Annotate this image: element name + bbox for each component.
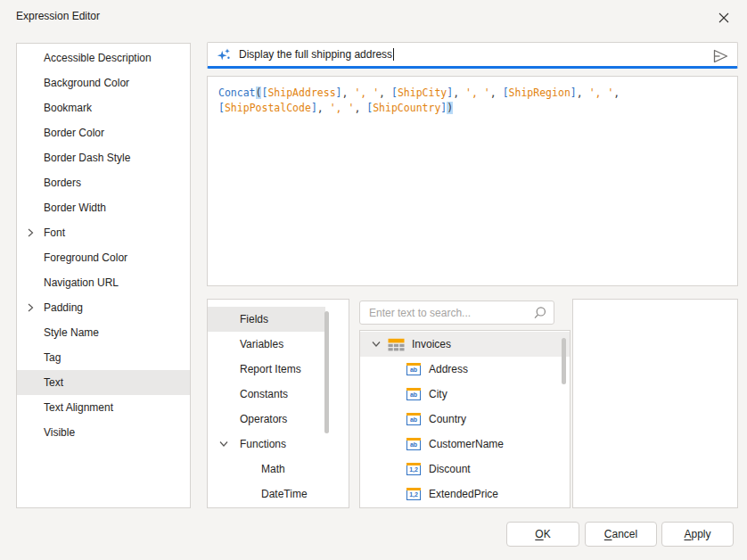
close-button[interactable] — [713, 7, 735, 29]
tree-field-label: Country — [429, 413, 466, 425]
tree-field-country[interactable]: abCountry — [360, 407, 570, 432]
ai-prompt-input[interactable]: Display the full shipping address — [239, 48, 392, 61]
table-icon — [388, 338, 405, 351]
code-token: , — [453, 86, 465, 99]
category-item-constants[interactable]: Constants — [208, 382, 325, 407]
send-icon — [710, 46, 730, 62]
property-item-padding[interactable]: Padding — [17, 295, 190, 320]
category-item-fields[interactable]: Fields — [208, 307, 325, 332]
property-item-tag[interactable]: Tag — [17, 345, 190, 370]
property-label: Border Width — [44, 202, 106, 214]
property-item-visible[interactable]: Visible — [17, 420, 190, 445]
description-panel — [572, 299, 738, 508]
category-label: Report Items — [240, 363, 301, 375]
field-icon-glyph: ab — [406, 391, 421, 400]
code-token: ', ' — [589, 86, 614, 99]
category-item-variables[interactable]: Variables — [208, 332, 325, 357]
code-token: , — [490, 86, 503, 99]
property-item-border-dash-style[interactable]: Border Dash Style — [17, 145, 190, 170]
category-label: Functions — [240, 438, 286, 450]
code-token: ShipCountry — [373, 102, 440, 114]
code-token: ] — [571, 86, 577, 99]
property-item-border-width[interactable]: Border Width — [17, 195, 190, 220]
chevron-right-icon[interactable] — [25, 302, 36, 313]
code-token: ) — [447, 102, 453, 114]
field-icon-glyph: ab — [406, 416, 421, 425]
property-item-border-color[interactable]: Border Color — [17, 120, 190, 145]
numeric-field-icon: 1,2 — [406, 488, 421, 500]
chevron-down-icon[interactable] — [218, 439, 229, 449]
cancel-button[interactable]: Cancel — [585, 522, 657, 547]
property-item-text[interactable]: Text — [17, 370, 190, 395]
text-field-icon: ab — [406, 413, 421, 425]
property-label: Tag — [44, 351, 61, 364]
search-input[interactable] — [362, 307, 532, 319]
tree-field-discount[interactable]: 1,2Discount — [360, 457, 570, 482]
property-item-accessible-description[interactable]: Accessible Description — [17, 45, 190, 70]
scrollbar-thumb[interactable] — [562, 338, 566, 384]
apply-button[interactable]: Apply — [661, 522, 734, 547]
button-mnemonic: O — [535, 528, 543, 540]
category-item-operators[interactable]: Operators — [208, 407, 325, 432]
property-label: Border Color — [44, 127, 104, 139]
search-box[interactable] — [359, 301, 554, 325]
button-label: pply — [692, 528, 711, 540]
category-label: Constants — [240, 388, 288, 400]
tree-field-customername[interactable]: abCustomerName — [360, 432, 570, 457]
numeric-field-icon: 1,2 — [406, 463, 421, 475]
tree-field-label: Address — [429, 363, 468, 375]
category-label: Math — [261, 463, 285, 475]
property-label: Font — [44, 226, 65, 239]
property-item-bookmark[interactable]: Bookmark — [17, 95, 190, 120]
property-label: Borders — [44, 177, 81, 189]
tree-field-extendedprice[interactable]: 1,2ExtendedPrice — [360, 482, 570, 506]
code-token: , — [577, 86, 589, 99]
code-token: [ — [218, 102, 225, 114]
code-token: , — [317, 102, 330, 114]
property-item-style-name[interactable]: Style Name — [17, 320, 190, 345]
category-item-functions[interactable]: Functions — [208, 432, 325, 457]
chevron-right-icon[interactable] — [25, 227, 36, 238]
property-label: Border Dash Style — [44, 152, 130, 164]
tree-field-address[interactable]: abAddress — [360, 357, 570, 382]
category-item-math[interactable]: Math — [208, 457, 325, 482]
category-item-datetime[interactable]: DateTime — [208, 482, 325, 506]
property-item-navigation-url[interactable]: Navigation URL — [17, 270, 190, 295]
property-label: Padding — [44, 301, 83, 314]
category-label: Variables — [240, 338, 283, 350]
property-label: Foreground Color — [44, 251, 127, 264]
category-item-report-items[interactable]: Report Items — [208, 357, 325, 382]
code-token: , — [354, 102, 366, 114]
tree-field-city[interactable]: abCity — [360, 382, 570, 407]
chevron-down-icon[interactable] — [371, 339, 382, 350]
tree-node-invoices[interactable]: Invoices — [360, 332, 570, 357]
property-label: Background Color — [44, 77, 129, 89]
search-icon[interactable] — [532, 306, 546, 320]
ai-prompt-bar[interactable]: Display the full shipping address — [207, 42, 738, 69]
field-icon-glyph: ab — [406, 441, 421, 450]
dialog-title: Expression Editor — [16, 10, 100, 22]
categories-list: FieldsVariablesReport ItemsConstantsOper… — [207, 299, 349, 508]
button-label: K — [544, 528, 551, 540]
property-item-background-color[interactable]: Background Color — [17, 70, 190, 95]
code-token: , — [613, 86, 620, 99]
code-token: ', ' — [465, 86, 490, 99]
fields-tree: InvoicesabAddressabCityabCountryabCustom… — [359, 330, 571, 508]
expression-code-editor[interactable]: Concat([ShipAddress], ', ', [ShipCity], … — [207, 76, 738, 286]
property-item-foreground-color[interactable]: Foreground Color — [17, 245, 190, 270]
send-button[interactable] — [710, 46, 730, 62]
property-item-borders[interactable]: Borders — [17, 170, 190, 195]
code-token: , — [342, 86, 355, 99]
tree-node-label: Invoices — [412, 338, 451, 350]
ok-button[interactable]: OK — [506, 522, 579, 547]
tree-field-label: ExtendedPrice — [429, 488, 498, 500]
button-mnemonic: A — [684, 528, 691, 540]
category-label: Operators — [240, 413, 287, 425]
property-item-text-alignment[interactable]: Text Alignment — [17, 395, 190, 420]
ai-sparkle-icon — [217, 47, 231, 62]
property-item-font[interactable]: Font — [17, 220, 190, 245]
field-icon-glyph: ab — [406, 366, 421, 375]
tree-field-label: Discount — [429, 463, 471, 475]
scrollbar-thumb[interactable] — [324, 311, 329, 433]
tree-field-label: City — [429, 388, 447, 400]
